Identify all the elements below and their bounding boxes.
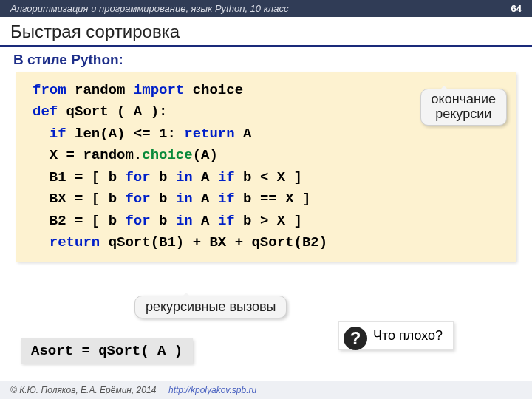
question-box: ? Что плохо?	[338, 321, 454, 350]
code-line-7: B2 = [ b for b in A if b > X ]	[33, 211, 504, 232]
subtitle: В стиле Python:	[0, 47, 532, 71]
question-text: Что плохо?	[373, 328, 443, 343]
asort-code: Asort = qSort( A )	[21, 338, 193, 364]
callout-recursion-end: окончание рекурсии	[420, 89, 507, 126]
code-line-4: X = random.choice(A)	[33, 145, 504, 166]
copyright: © К.Ю. Поляков, Е.А. Ерёмин, 2014	[10, 385, 156, 395]
page-number: 64	[511, 3, 522, 14]
question-icon: ?	[344, 327, 367, 350]
code-line-8: return qSort(B1) + BX + qSort(B2)	[33, 232, 504, 253]
page-title: Быстрая сортировка	[10, 21, 522, 42]
code-line-5: B1 = [ b for b in A if b < X ]	[33, 167, 504, 188]
title-bar: Быстрая сортировка	[0, 17, 532, 47]
callout-recursive-calls: рекурсивные вызовы	[134, 296, 287, 318]
code-line-6: BX = [ b for b in A if b == X ]	[33, 188, 504, 210]
code-line-3: if len(A) <= 1: return A	[33, 123, 504, 145]
footer-link[interactable]: http://kpolyakov.spb.ru	[168, 385, 256, 395]
slide-footer: © К.Ю. Поляков, Е.А. Ерёмин, 2014 http:/…	[0, 381, 532, 399]
slide-header: Алгоритмизация и программирование, язык …	[0, 0, 532, 17]
course-label: Алгоритмизация и программирование, язык …	[10, 3, 288, 14]
